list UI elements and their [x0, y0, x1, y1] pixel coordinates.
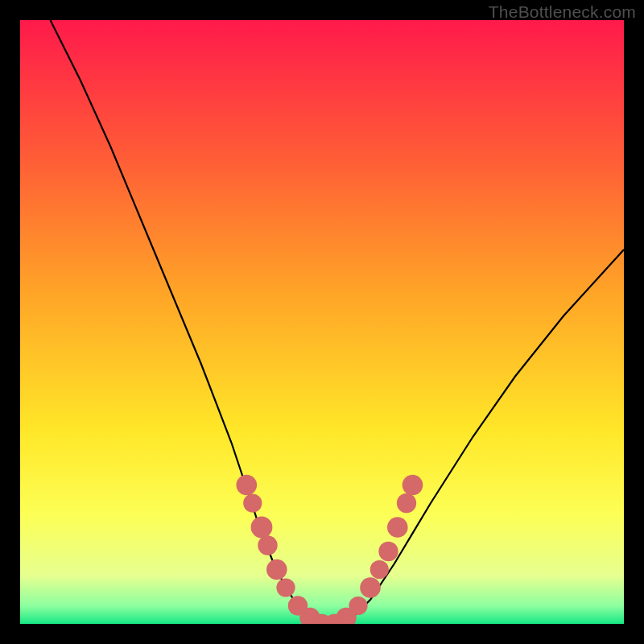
- curve-marker: [243, 493, 262, 512]
- curve-marker: [387, 517, 408, 538]
- curve-marker: [251, 517, 273, 539]
- marker-group: [237, 475, 423, 624]
- curve-marker: [258, 535, 277, 555]
- curve-marker: [370, 560, 389, 579]
- curve-marker: [402, 475, 423, 496]
- curve-marker: [266, 559, 287, 580]
- plot-area: [20, 20, 624, 624]
- curve-marker: [237, 475, 258, 496]
- curve-marker: [360, 577, 381, 598]
- curve-marker: [349, 597, 367, 615]
- curve-marker: [378, 542, 398, 561]
- curve-marker: [397, 493, 416, 513]
- chart-frame: TheBottleneck.com: [0, 0, 644, 644]
- bottleneck-curve: [51, 20, 625, 624]
- curve-marker: [276, 578, 295, 597]
- watermark-text: TheBottleneck.com: [489, 2, 636, 22]
- chart-svg: [20, 20, 624, 624]
